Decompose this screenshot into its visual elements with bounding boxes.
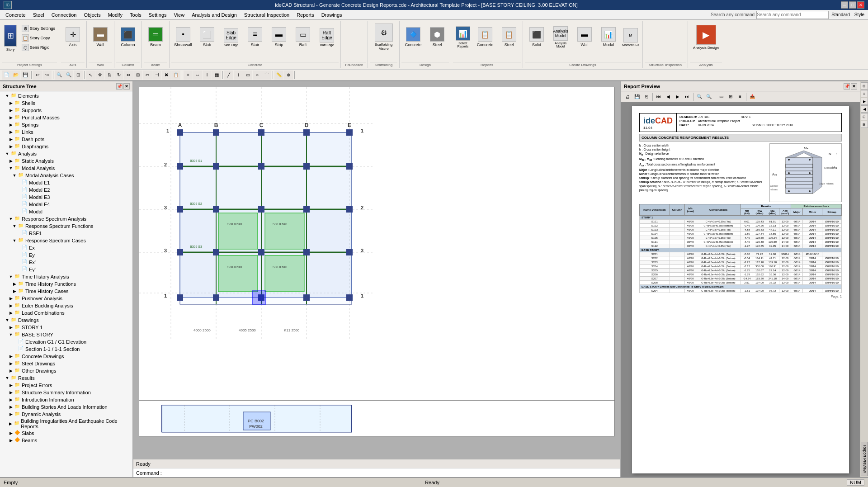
tree-item-rsf1[interactable]: 📄RSF1 [1,230,132,237]
analysis-design-button[interactable]: ▶ Analysis Design [692,22,721,52]
tree-item-punctual[interactable]: ▶📁Punctual Masses [1,114,132,121]
report-tb-next[interactable]: ▶ [673,92,682,101]
tree-item-modal-e2[interactable]: 📄Modal E2 [1,186,132,194]
tree-item-dashpots[interactable]: ▶📁Dash-pots [1,136,132,143]
report-tb-first[interactable]: ⏮ [654,92,663,101]
tree-item-shells[interactable]: ▶📁Shells [1,99,132,107]
tb2-layer[interactable]: ≡ [184,71,193,80]
tree-item-elevation-g1[interactable]: 📄Elevation G1 / G1 Elevation [1,338,132,345]
tree-item-building-stories[interactable]: ▶📁Building Stories And Loads Information [1,403,132,411]
select-reports-button[interactable]: 📊 Select Reports [453,22,473,52]
tree-item-time-functions[interactable]: ▶📁Time History Functions [1,280,132,288]
rsb-btn-5[interactable]: ⊡ [861,113,868,120]
shearwall-button[interactable]: ▪ Shearwall [171,22,195,52]
tree-item-modal-cases[interactable]: ▼📁Modal Analysis Cases [1,172,132,179]
analysis-model-button[interactable]: Analysis Model Analysis Model [549,22,572,52]
report-tb-export[interactable]: 📤 [748,92,757,101]
tree-item-time-cases[interactable]: ▶📁Time History Cases [1,288,132,295]
slab-edge-button[interactable]: Slab Edge Slab Edge [219,22,243,52]
menu-connection[interactable]: Connection [48,11,80,19]
tb2-move[interactable]: ✥ [95,71,104,80]
tb2-save[interactable]: 💾 [21,71,30,80]
tb2-rotate[interactable]: ↻ [114,71,123,80]
tb2-select[interactable]: ↖ [86,71,95,80]
tree-item-pushover[interactable]: ▶📁Pushover Analysis [1,295,132,302]
tree-item-beams-result[interactable]: ▶🔶Beams [1,437,132,444]
modal-button[interactable]: 📊 Modal [597,22,620,52]
tree-item-supports[interactable]: ▶📁Supports [1,107,132,114]
tree-close-button[interactable]: ✕ [123,83,130,90]
menu-analysis[interactable]: Analysis and Design [188,11,241,19]
tree-item-elements[interactable]: ▼📁Elements [1,92,132,99]
tb2-zoom-in[interactable]: 🔍 [55,71,64,80]
tree-item-time-history[interactable]: ▼📁Time History Analysis [1,273,132,280]
tb2-measure[interactable]: 📏 [274,71,283,80]
tb2-undo[interactable]: ↩ [33,71,42,80]
tb2-rect[interactable]: ▭ [243,71,252,80]
story-copy-button[interactable]: 📋 Story Copy [20,33,57,43]
rsb-btn-6[interactable]: ⊞ [861,121,868,128]
tree-item-ex2[interactable]: 📄Ex' [1,259,132,266]
command-input[interactable] [162,470,618,476]
tree-item-drawings[interactable]: ▼📁Drawings [1,317,132,324]
tb2-redo[interactable]: ↪ [42,71,52,80]
tree-item-ey2[interactable]: 📄Ey' [1,266,132,273]
report-tb-zoom-out[interactable]: 🔍 [704,92,713,101]
menu-drawings[interactable]: Drawings [318,11,346,19]
tb2-mirror[interactable]: ⇔ [124,71,133,80]
tb2-trim[interactable]: ✂ [143,71,152,80]
menu-objects[interactable]: Objects [80,11,104,19]
tb2-dimension[interactable]: ↔ [193,71,202,80]
semi-rigid-button[interactable]: ⬡ Semi Rigid [20,43,57,52]
tree-item-diaphragms[interactable]: ▶📁Diaphragms [1,143,132,150]
menu-tools[interactable]: Tools [126,11,145,19]
tb2-hatch[interactable]: ▦ [212,71,221,80]
tree-pin-button[interactable]: 📌 [116,83,123,90]
report-tb-prev[interactable]: ◀ [664,92,673,101]
tree-item-dynamic-analysis[interactable]: ▶📁Dynamic Analysis [1,411,132,418]
tree-item-building-irr[interactable]: ▶📁Building Irregularities And Earthquake… [1,418,132,430]
story-settings-button[interactable]: ⚙ Story Settings [20,24,57,33]
close-button[interactable]: ✕ [857,1,864,9]
scaffolding-macro-button[interactable]: ⚙ Scaffolding Macro [370,22,397,52]
tree-item-links[interactable]: ▶📁Links [1,128,132,136]
tree-item-structure-summary[interactable]: ▶📁Structure Summary Information [1,389,132,396]
tb2-new[interactable]: 📄 [2,71,11,80]
menu-concrete[interactable]: Concrete [2,11,29,19]
report-tb-print[interactable]: 🖨 [623,92,632,101]
tb2-line[interactable]: ╱ [224,71,233,80]
axis-button[interactable]: ✛ Axis [61,22,85,52]
report-tb-zoom-in[interactable]: 🔍 [695,92,704,101]
minimize-button[interactable]: ─ [841,1,848,9]
tree-item-introduction[interactable]: ▶📁Introduction Information [1,396,132,403]
tree-item-slabs-result[interactable]: ▶🔶Slabs [1,430,132,437]
tree-item-static[interactable]: ▶📁Static Analysis [1,157,132,165]
tb2-array[interactable]: ⊞ [133,71,142,80]
menu-inspection[interactable]: Structural Inspection [241,11,293,19]
tb2-extend[interactable]: ⊣ [152,71,161,80]
tb2-polyline[interactable]: ⌇ [234,71,243,80]
tb2-snap[interactable]: ⊕ [284,71,293,80]
tree-item-steel-drawings[interactable]: ▶📁Steel Drawings [1,360,132,367]
report-tb-last[interactable]: ⏭ [683,92,692,101]
column-button[interactable]: ⬛ Column [116,22,140,52]
tree-item-load-comb[interactable]: ▶📁Load Combinations [1,309,132,317]
strip-button[interactable]: ▬ Strip [267,22,291,52]
tree-item-analysis[interactable]: ▼📁Analysis [1,150,132,157]
tree-item-other-drawings[interactable]: ▶📁Other Drawings [1,367,132,374]
search-input[interactable] [756,11,829,19]
tree-item-response-functions[interactable]: ▼📁Response Spectrum Functions [1,222,132,230]
tb2-zoom-out[interactable]: 🔍 [64,71,73,80]
menu-settings[interactable]: Settings [145,11,170,19]
report-pin-button[interactable]: 📌 [844,83,850,90]
beam-button[interactable]: ═ Beam [144,22,167,52]
rsb-btn-4[interactable]: ◀ [861,105,868,113]
tree-item-modal-e3[interactable]: 📄Modal E3 [1,194,132,201]
tb2-properties[interactable]: 📋 [171,71,180,80]
report-close-button[interactable]: ✕ [851,83,857,90]
tree-item-ey[interactable]: 📄Ey [1,251,132,259]
tb2-copy[interactable]: ⎘ [105,71,114,80]
menu-steel[interactable]: Steel [29,11,48,19]
stair-button[interactable]: ≡ Stair [243,22,267,52]
menu-modify[interactable]: Modify [104,11,126,19]
